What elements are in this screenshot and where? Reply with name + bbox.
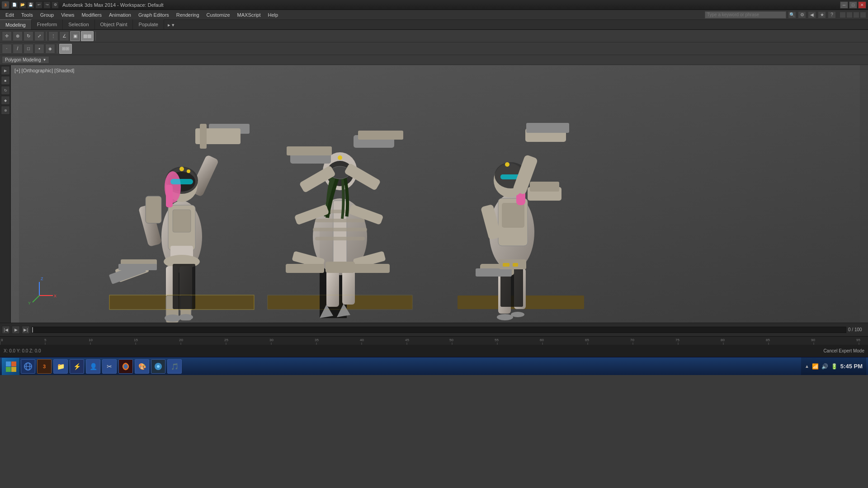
svg-text:20: 20 bbox=[179, 338, 183, 342]
menu-graph-editors[interactable]: Graph Editors bbox=[135, 11, 173, 19]
tab-populate[interactable]: Populate bbox=[133, 19, 164, 29]
polygon-modeling-dropdown[interactable]: Polygon Modeling ▼ bbox=[2, 56, 49, 64]
tb-rotate[interactable]: ↻ bbox=[24, 31, 33, 41]
tray-volume[interactable]: 🔊 bbox=[821, 363, 828, 370]
frame-display: 0 / 100 bbox=[848, 327, 866, 332]
tab-object-paint[interactable]: Object Paint bbox=[95, 19, 133, 29]
menu-customize[interactable]: Customize bbox=[203, 11, 234, 19]
quick-redo[interactable]: ↪ bbox=[43, 1, 51, 9]
timeline-track[interactable] bbox=[32, 327, 846, 333]
search-input[interactable] bbox=[705, 11, 786, 19]
layout-btn-1[interactable] bbox=[840, 12, 846, 18]
start-button[interactable] bbox=[2, 358, 20, 375]
layout-btn-3[interactable] bbox=[853, 12, 859, 18]
taskbar-icon-folder[interactable]: 📁 bbox=[53, 359, 68, 374]
tb-element-select[interactable]: ▩▩ bbox=[81, 31, 94, 41]
menu-modifiers[interactable]: Modifiers bbox=[78, 11, 105, 19]
menu-edit[interactable]: Edit bbox=[2, 11, 18, 19]
quick-new[interactable]: 📄 bbox=[11, 1, 18, 9]
close-button[interactable]: ✕ bbox=[858, 1, 866, 9]
tray-battery[interactable]: 🔋 bbox=[831, 363, 838, 370]
taskbar-icon-ie[interactable] bbox=[21, 359, 35, 374]
ltb-key[interactable]: ◆ bbox=[1, 96, 10, 105]
window-controls: ─ □ ✕ bbox=[840, 1, 866, 9]
menu-rendering[interactable]: Rendering bbox=[173, 11, 203, 19]
quick-undo[interactable]: ↩ bbox=[35, 1, 42, 9]
timeline-needle bbox=[32, 327, 33, 333]
quick-open[interactable]: 📂 bbox=[19, 1, 26, 9]
cancel-expert-mode[interactable]: Cancel Expert Mode bbox=[823, 348, 864, 353]
svg-rect-10 bbox=[173, 210, 191, 232]
taskbar-icon-3dsmax[interactable]: 3 bbox=[37, 359, 52, 374]
taskbar: 3 📁 ⚡ 👤 ✂ 🎨 🎵 ▲ 📶 🔊 🔋 5:45 PM bbox=[0, 357, 868, 375]
menu-views[interactable]: Views bbox=[57, 11, 78, 19]
search-back-button[interactable]: ◀ bbox=[808, 11, 816, 19]
svg-rect-30 bbox=[170, 179, 193, 184]
taskbar-icon-scissors[interactable]: ✂ bbox=[102, 359, 117, 374]
viewport[interactable]: [+] [Orthographic] [Shaded] FRONT TOP bbox=[11, 65, 868, 323]
tab-freeform[interactable]: Freeform bbox=[32, 19, 63, 29]
maximize-button[interactable]: □ bbox=[849, 1, 857, 9]
minimize-button[interactable]: ─ bbox=[840, 1, 848, 9]
tb-border[interactable]: □ bbox=[24, 44, 33, 54]
svg-point-32 bbox=[187, 169, 190, 173]
search-settings-button[interactable]: ⚙ bbox=[798, 11, 806, 19]
menu-group[interactable]: Group bbox=[37, 11, 58, 19]
tb-polygon-select[interactable]: ▣ bbox=[70, 31, 80, 41]
sep2 bbox=[95, 32, 96, 41]
clock[interactable]: 5:45 PM bbox=[840, 363, 863, 370]
time-ruler[interactable]: 0 5 10 15 20 25 30 35 40 45 50 55 60 65 … bbox=[0, 336, 868, 344]
tb-move[interactable]: ⊕ bbox=[13, 31, 23, 41]
tb-select[interactable]: ✛ bbox=[2, 31, 12, 41]
play-button[interactable]: ▶ bbox=[12, 326, 20, 334]
layout-btn-2[interactable] bbox=[846, 12, 853, 18]
svg-rect-51 bbox=[287, 146, 332, 155]
taskbar-icon-monitor[interactable] bbox=[151, 359, 165, 374]
svg-text:Y: Y bbox=[28, 301, 31, 305]
tb-snap[interactable]: ⋮ bbox=[48, 31, 58, 41]
svg-rect-58 bbox=[286, 264, 324, 273]
tab-modeling[interactable]: Modeling bbox=[0, 19, 32, 29]
tab-options[interactable]: ▸ ▾ bbox=[164, 21, 178, 29]
tb-angle-snap[interactable]: ∠ bbox=[59, 31, 69, 41]
ltb-loop[interactable]: ↻ bbox=[1, 86, 10, 95]
tray-network[interactable]: 📶 bbox=[812, 363, 819, 370]
quick-settings[interactable]: ⚙ bbox=[52, 1, 59, 9]
svg-text:60: 60 bbox=[540, 338, 544, 342]
svg-rect-42 bbox=[315, 219, 365, 222]
svg-rect-84 bbox=[476, 268, 512, 277]
layout-btn-4[interactable] bbox=[860, 12, 866, 18]
taskbar-icon-thunderbolt[interactable]: ⚡ bbox=[70, 359, 84, 374]
tb-polygon[interactable]: ▪ bbox=[34, 44, 44, 54]
tb-edge[interactable]: / bbox=[13, 44, 23, 54]
menu-maxscript[interactable]: MAXScript bbox=[234, 11, 264, 19]
taskbar-icon-paint[interactable]: 🎨 bbox=[135, 359, 149, 374]
ltb-zoom[interactable]: ⊕ bbox=[1, 106, 10, 115]
menu-tools[interactable]: Tools bbox=[18, 11, 37, 19]
svg-rect-100 bbox=[0, 337, 868, 345]
taskbar-icon-firefox[interactable] bbox=[118, 359, 133, 374]
tray-arrow[interactable]: ▲ bbox=[805, 364, 809, 369]
ltb-play[interactable]: ▶ bbox=[1, 66, 10, 75]
search-button[interactable]: 🔍 bbox=[788, 11, 796, 19]
tb-element[interactable]: ◈ bbox=[45, 44, 55, 54]
search-help-button[interactable]: ? bbox=[828, 11, 836, 19]
menu-help[interactable]: Help bbox=[264, 11, 282, 19]
svg-text:X: X bbox=[54, 294, 57, 298]
taskbar-icon-person[interactable]: 👤 bbox=[86, 359, 100, 374]
tb-vertex[interactable]: · bbox=[2, 44, 12, 54]
svg-text:45: 45 bbox=[405, 338, 409, 342]
svg-rect-6 bbox=[19, 65, 860, 323]
next-frame-button[interactable]: ▶| bbox=[22, 326, 30, 334]
tb-tools-active[interactable]: ⊞⊞ bbox=[59, 44, 72, 54]
quick-save[interactable]: 💾 bbox=[27, 1, 34, 9]
prev-frame-button[interactable]: |◀ bbox=[2, 326, 10, 334]
taskbar-icon-music[interactable]: 🎵 bbox=[167, 359, 182, 374]
ltb-stop[interactable]: ■ bbox=[1, 76, 10, 85]
tb-scale[interactable]: ⤢ bbox=[34, 31, 44, 41]
tab-selection[interactable]: Selection bbox=[63, 19, 94, 29]
status-coordinates: X: 0.0 Y: 0.0 Z: 0.0 bbox=[4, 348, 41, 353]
search-star-button[interactable]: ★ bbox=[818, 11, 826, 19]
menu-bar: Edit Tools Group Views Modifiers Animati… bbox=[0, 10, 868, 20]
menu-animation[interactable]: Animation bbox=[105, 11, 135, 19]
